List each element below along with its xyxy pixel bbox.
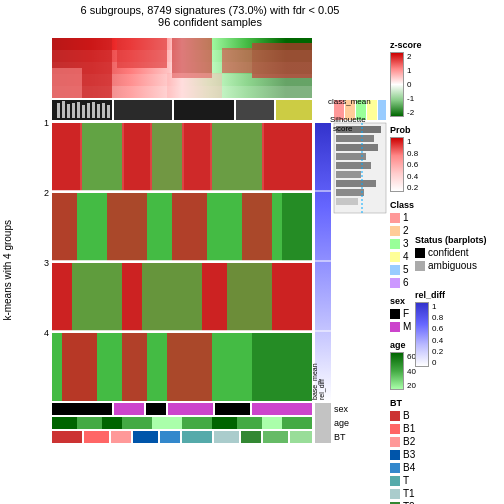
title-line2: 96 confident samples (30, 16, 390, 28)
hist-bar11 (107, 105, 110, 118)
group-label-1: 1 (30, 88, 52, 158)
sex-swatch-M (390, 322, 400, 332)
status-label-confident: confident (428, 247, 469, 258)
expr-g2-red3 (172, 193, 207, 261)
bt-item-T: T (390, 475, 500, 486)
expr-g3-green2 (142, 263, 202, 331)
expr-g1-green2 (152, 123, 182, 191)
score-label: score (333, 124, 353, 133)
bt-B (52, 431, 82, 443)
class-item-6: 6 (390, 277, 500, 288)
sex-row-5 (215, 403, 250, 415)
bt-label-B1: B1 (403, 423, 415, 434)
hist-bar4 (72, 103, 75, 118)
rel-diff-legend-title: rel_diff (415, 290, 500, 300)
group-bar-4 (236, 100, 274, 120)
expr-g2-red4 (242, 193, 272, 261)
silhouette-label: Silhouette (330, 115, 366, 124)
bt-swatch-T (390, 476, 400, 486)
status-swatch-confident (415, 248, 425, 258)
status-swatch-ambiguous (415, 261, 425, 271)
bt-legend: BT B B1 B2 B3 (390, 398, 500, 504)
rd-val-04: 0.4 (432, 336, 443, 345)
class-swatch-2 (390, 226, 400, 236)
rd-val-02: 0.2 (432, 347, 443, 356)
expr-g3-green3 (227, 263, 272, 331)
expr-g4-red2 (122, 333, 147, 401)
age-dark2 (102, 417, 122, 429)
bt-item-T1: T1 (390, 488, 500, 499)
rel-diff-bar (315, 123, 331, 403)
zscore-legend-values: 2 1 0 -1 -2 (407, 52, 414, 117)
sex-label-F: F (403, 308, 409, 319)
rd-val-1: 1 (432, 302, 443, 311)
bt-swatch-T1 (390, 489, 400, 499)
expr-g4-red1 (62, 333, 97, 401)
group-label-4: 4 (30, 298, 52, 368)
zscore-val-n1: -1 (407, 94, 414, 103)
group-bar-5 (276, 100, 312, 120)
bt-item-B2: B2 (390, 436, 500, 447)
bt-label-B3: B3 (403, 449, 415, 460)
class-label-1: 1 (403, 212, 409, 223)
age-light2 (262, 417, 282, 429)
prob-val-1: 1 (407, 137, 418, 146)
zscore-gradient-bar (390, 52, 404, 117)
sil-bar6 (336, 171, 361, 178)
zscore-val-1: 1 (407, 66, 414, 75)
bt-swatch-B1 (390, 424, 400, 434)
hist-bar10 (102, 103, 105, 118)
class-swatch-4 (390, 252, 400, 262)
prob-val-08: 0.8 (407, 149, 418, 158)
title-line1: 6 subgroups, 8749 signatures (73.0%) wit… (30, 4, 390, 16)
sex-row-2 (114, 403, 144, 415)
bt-swatch-B4 (390, 463, 400, 473)
bt-item-B3: B3 (390, 449, 500, 460)
sil-bar9 (336, 198, 358, 205)
y-axis-label: k-means with 4 groups (2, 220, 13, 321)
sil-bar8 (336, 189, 364, 196)
rd-val-06: 0.6 (432, 324, 443, 333)
expr-g1-green3 (212, 123, 262, 191)
class-label-6: 6 (403, 277, 409, 288)
bt-legend-title: BT (390, 398, 500, 408)
bt-label-B4: B4 (403, 462, 415, 473)
expr-g4-red3 (167, 333, 212, 401)
expr-g2-red2 (107, 193, 147, 261)
hist-bar9 (97, 104, 100, 118)
zscore-light1 (52, 68, 82, 98)
bt-label-B: B (403, 410, 410, 421)
hist-bar1 (57, 103, 60, 118)
sex-row-6 (252, 403, 312, 415)
expr-g2-red1 (52, 193, 77, 261)
expr-g1-red3 (184, 123, 210, 191)
zscore-block3 (172, 38, 212, 78)
sex-row-1 (52, 403, 112, 415)
bt-label: BT (334, 432, 346, 442)
rel-diff-legend-values: 1 0.8 0.6 0.4 0.2 0 (432, 302, 443, 367)
expr-g1-red4 (264, 123, 312, 191)
zscore-block5 (252, 43, 312, 78)
zscore-legend-title: z-score (390, 40, 500, 50)
bt-swatch-B2 (390, 437, 400, 447)
legend-area: z-score 2 1 0 -1 -2 Prob 1 0.8 0 (390, 40, 500, 504)
hist-bar5 (77, 102, 80, 118)
age-dark1 (52, 417, 77, 429)
age-val-40: 40 (407, 367, 416, 376)
prob-val-02: 0.2 (407, 183, 418, 192)
group-labels: 1 2 3 4 (30, 88, 52, 368)
hist-bar3 (67, 104, 70, 118)
bt-T (182, 431, 212, 443)
bt-swatch-B3 (390, 450, 400, 460)
bt-B2 (111, 431, 131, 443)
class-legend-title: Class (390, 200, 500, 210)
group-label-3: 3 (30, 228, 52, 298)
bt-item-B1: B1 (390, 423, 500, 434)
title-area: 6 subgroups, 8749 signatures (73.0%) wit… (30, 4, 390, 28)
expr-g1-red2 (124, 123, 150, 191)
bt-T3 (263, 431, 288, 443)
class-swatch-5 (390, 265, 400, 275)
hist-bar8 (92, 102, 95, 118)
sil-bar3 (336, 144, 378, 151)
sex-row-3 (146, 403, 166, 415)
